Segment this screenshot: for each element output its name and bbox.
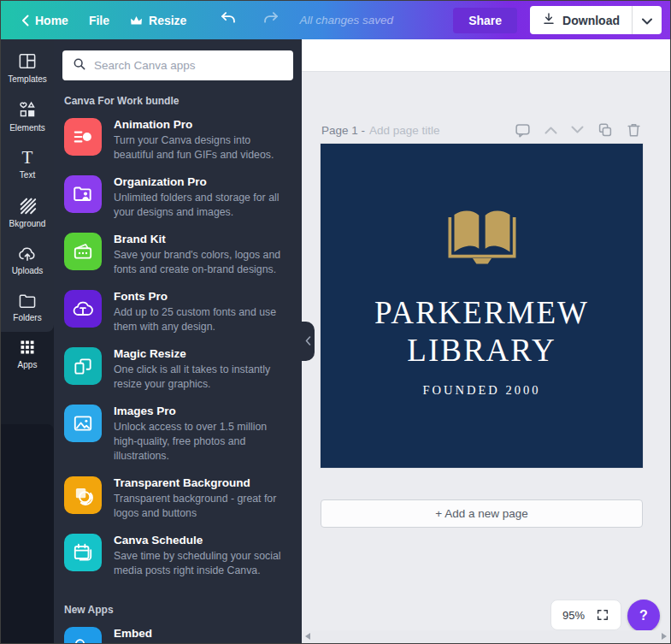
- app-item-organization-pro[interactable]: Organization Pro Unlimited folders and s…: [62, 169, 293, 227]
- design-subtitle: FOUNDED 2000: [423, 383, 541, 398]
- redo-icon: [262, 11, 280, 30]
- move-page-down-button[interactable]: [571, 126, 584, 134]
- canva-editor-window: Home File Resize All changes: [0, 0, 671, 644]
- canva-schedule-icon: [64, 534, 102, 571]
- app-item-magic-resize[interactable]: Magic Resize One click is all it takes t…: [62, 341, 293, 399]
- app-title: Animation Pro: [114, 118, 291, 131]
- panel-collapse-handle[interactable]: [302, 322, 315, 361]
- app-item-embed[interactable]: Embed Add video, music and online media …: [62, 621, 293, 643]
- background-stripes-icon: [18, 196, 37, 215]
- sidebar-item-folders[interactable]: Folders: [1, 284, 54, 332]
- app-item-fonts-pro[interactable]: Fonts Pro Add up to 25 custom fonts and …: [62, 284, 293, 341]
- elements-icon: [18, 100, 37, 119]
- fullscreen-button[interactable]: [596, 608, 609, 622]
- home-label: Home: [35, 14, 68, 27]
- fonts-pro-icon: [64, 290, 102, 328]
- app-item-animation-pro[interactable]: Animation Pro Turn your Canva designs in…: [62, 112, 293, 169]
- download-icon: [542, 12, 556, 28]
- main-area: Page 1 - Add page title: [302, 39, 670, 643]
- notes-button[interactable]: [515, 123, 531, 138]
- app-item-brand-kit[interactable]: Brand Kit Save your brand's colors, logo…: [62, 227, 293, 284]
- chevron-down-icon: [642, 13, 652, 28]
- chevron-left-icon: [305, 334, 311, 349]
- app-title: Transparent Background: [114, 476, 291, 489]
- app-title: Fonts Pro: [114, 290, 291, 303]
- sidebar-item-label: Templates: [8, 74, 47, 84]
- organization-pro-icon: [64, 175, 102, 213]
- download-button[interactable]: Download: [530, 6, 632, 34]
- embed-icon: [64, 627, 102, 643]
- resize-button[interactable]: Resize: [121, 9, 195, 32]
- duplicate-page-button[interactable]: [597, 122, 613, 138]
- sidebar-item-text[interactable]: T Text: [1, 140, 54, 188]
- page-header: Page 1 - Add page title: [321, 121, 641, 139]
- sidebar-item-apps[interactable]: Apps: [1, 332, 54, 376]
- design-page[interactable]: PARKERMEW LIBRARY FOUNDED 2000: [321, 144, 643, 468]
- top-bar: Home File Resize All changes: [1, 1, 670, 39]
- text-icon: T: [22, 149, 33, 166]
- upload-cloud-icon: [17, 245, 38, 262]
- move-page-up-button[interactable]: [544, 126, 557, 134]
- crown-icon: [130, 15, 143, 26]
- sidebar-item-elements[interactable]: Elements: [1, 92, 54, 140]
- app-item-transparent-background[interactable]: Transparent Background Transparent backg…: [62, 470, 293, 528]
- sidebar-item-templates[interactable]: Templates: [1, 44, 54, 92]
- home-button[interactable]: Home: [13, 9, 77, 32]
- save-status-text: All changes saved: [299, 14, 393, 27]
- chevron-left-icon: [21, 15, 29, 27]
- images-pro-icon: [64, 405, 102, 442]
- share-label: Share: [468, 14, 502, 27]
- apps-search-box: [62, 50, 293, 80]
- delete-page-button[interactable]: [627, 122, 641, 138]
- design-title-line1: PARKERMEW: [374, 294, 589, 332]
- scroll-left-arrow-icon[interactable]: [305, 633, 310, 640]
- context-toolbar: [302, 39, 670, 72]
- app-description: One click is all it takes to instantly r…: [114, 363, 291, 393]
- app-item-images-pro[interactable]: Images Pro Unlock access to over 1.5 mil…: [62, 399, 293, 470]
- app-title: Organization Pro: [114, 175, 291, 188]
- download-options-button[interactable]: [632, 6, 662, 34]
- redo-button[interactable]: [255, 6, 287, 35]
- undo-button[interactable]: [212, 6, 244, 35]
- sidebar-item-background[interactable]: Bkground: [1, 188, 54, 236]
- sidebar-item-uploads[interactable]: Uploads: [1, 236, 54, 284]
- help-button[interactable]: ?: [627, 600, 660, 632]
- add-page-label: + Add a new page: [435, 507, 527, 520]
- sidebar-item-label: Uploads: [12, 266, 44, 275]
- page-title-input[interactable]: Add page title: [369, 124, 440, 137]
- sidebar-item-label: Text: [20, 170, 35, 180]
- share-button[interactable]: Share: [453, 8, 517, 33]
- sidebar-item-label: Elements: [9, 123, 45, 133]
- app-description: Add up to 25 custom fonts and use them w…: [114, 305, 291, 335]
- app-title: Brand Kit: [114, 233, 291, 245]
- top-bar-left: Home File Resize All changes: [1, 6, 393, 35]
- section-header-new-apps: New Apps: [64, 604, 293, 616]
- apps-search-input[interactable]: [94, 59, 283, 72]
- download-label: Download: [562, 14, 620, 27]
- brand-kit-icon: [64, 233, 102, 270]
- add-new-page-button[interactable]: + Add a new page: [321, 499, 643, 528]
- design-title: PARKERMEW LIBRARY: [374, 294, 589, 369]
- apps-grid-icon: [19, 339, 36, 356]
- sidebar-lower-panel: [1, 424, 54, 643]
- page-actions: [515, 122, 641, 138]
- zoom-controls: 95%: [550, 600, 621, 630]
- sidebar: Templates Elements T Text Bkground: [1, 39, 54, 643]
- horizontal-scrollbar[interactable]: [302, 630, 670, 643]
- open-book-icon: [441, 207, 523, 274]
- scroll-right-arrow-icon[interactable]: [662, 633, 667, 640]
- sidebar-item-label: Apps: [18, 360, 38, 369]
- app-title: Images Pro: [114, 405, 291, 417]
- app-description: Add video, music and online media into y…: [114, 642, 291, 643]
- apps-panel: Canva For Work bundle Animation Pro Turn…: [54, 39, 302, 643]
- app-item-canva-schedule[interactable]: Canva Schedule Save time by scheduling y…: [62, 528, 293, 585]
- undo-icon: [220, 11, 237, 30]
- design-title-line2: LIBRARY: [374, 332, 589, 369]
- zoom-level-button[interactable]: 95%: [562, 609, 585, 622]
- app-description: Transparent background - great for logos…: [114, 492, 291, 522]
- sidebar-item-label: Folders: [13, 313, 41, 322]
- file-menu-button[interactable]: File: [80, 9, 118, 32]
- app-description: Save your brand's colors, logos and font…: [114, 248, 291, 278]
- file-label: File: [89, 14, 109, 27]
- folder-icon: [18, 293, 37, 309]
